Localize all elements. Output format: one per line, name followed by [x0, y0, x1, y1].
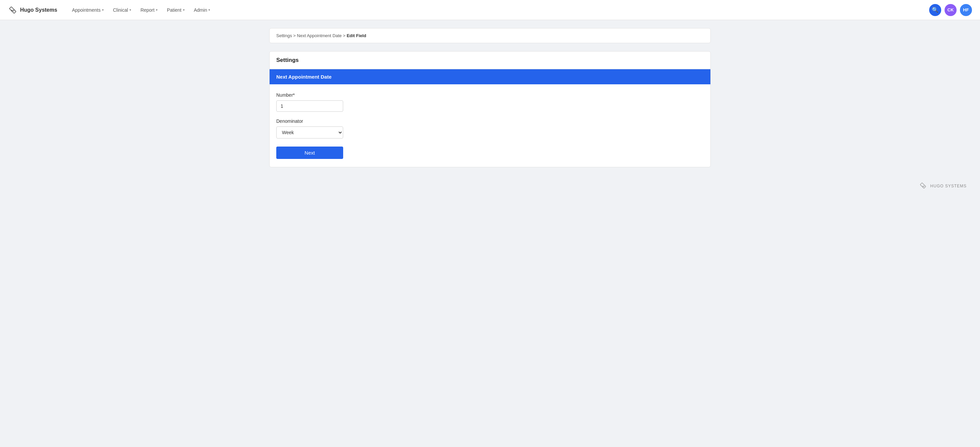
section-header-next-appointment: Next Appointment Date — [270, 69, 710, 84]
avatar-ck[interactable]: CK — [945, 4, 956, 16]
breadcrumb-next-appt[interactable]: Next Appointment Date — [297, 33, 342, 38]
breadcrumb-sep2: > — [343, 33, 347, 38]
chevron-down-icon: ▾ — [156, 8, 158, 12]
footer-text: HUGO SYSTEMS — [930, 184, 967, 188]
brand-logo-icon: HS — [8, 5, 18, 15]
number-label: Number* — [276, 92, 704, 98]
settings-card-title: Settings — [270, 51, 710, 69]
settings-card: Settings Next Appointment Date Number* D… — [269, 51, 711, 167]
nav-item-clinical[interactable]: Clinical ▾ — [109, 5, 135, 15]
svg-text:HS: HS — [11, 10, 14, 12]
brand-logo-link[interactable]: HS Hugo Systems — [8, 5, 57, 15]
breadcrumb-settings[interactable]: Settings — [276, 33, 292, 38]
main-content: Settings > Next Appointment Date > Edit … — [256, 20, 724, 175]
chevron-down-icon: ▾ — [102, 8, 104, 12]
search-icon: 🔍 — [932, 7, 939, 13]
nav-item-patient[interactable]: Patient ▾ — [163, 5, 189, 15]
breadcrumb: Settings > Next Appointment Date > Edit … — [276, 33, 704, 38]
form-group-denominator: Denominator Week Day Month Year — [276, 118, 704, 138]
nav-item-admin[interactable]: Admin ▾ — [190, 5, 215, 15]
navbar-left: HS Hugo Systems Appointments ▾ Clinical … — [8, 5, 214, 15]
footer: HS HUGO SYSTEMS — [0, 175, 980, 197]
form-body: Number* Denominator Week Day Month Year … — [270, 84, 710, 167]
avatar-hf[interactable]: HF — [960, 4, 972, 16]
search-button[interactable]: 🔍 — [929, 4, 941, 16]
denominator-select[interactable]: Week Day Month Year — [276, 126, 343, 138]
footer-logo-icon: HS — [920, 182, 928, 190]
nav-links: Appointments ▾ Clinical ▾ Report ▾ Patie… — [68, 5, 214, 15]
breadcrumb-edit-field: Edit Field — [347, 33, 366, 38]
number-input[interactable] — [276, 100, 343, 112]
denominator-label: Denominator — [276, 118, 704, 124]
form-group-number: Number* — [276, 92, 704, 112]
navbar: HS Hugo Systems Appointments ▾ Clinical … — [0, 0, 980, 20]
next-button[interactable]: Next — [276, 146, 343, 159]
nav-item-appointments[interactable]: Appointments ▾ — [68, 5, 108, 15]
chevron-down-icon: ▾ — [183, 8, 185, 12]
brand-name: Hugo Systems — [20, 7, 57, 13]
chevron-down-icon: ▾ — [208, 8, 210, 12]
breadcrumb-sep1: > — [293, 33, 297, 38]
breadcrumb-card: Settings > Next Appointment Date > Edit … — [269, 28, 711, 43]
svg-text:HS: HS — [923, 186, 924, 188]
nav-item-report[interactable]: Report ▾ — [137, 5, 162, 15]
chevron-down-icon: ▾ — [129, 8, 131, 12]
navbar-right: 🔍 CK HF — [929, 4, 972, 16]
